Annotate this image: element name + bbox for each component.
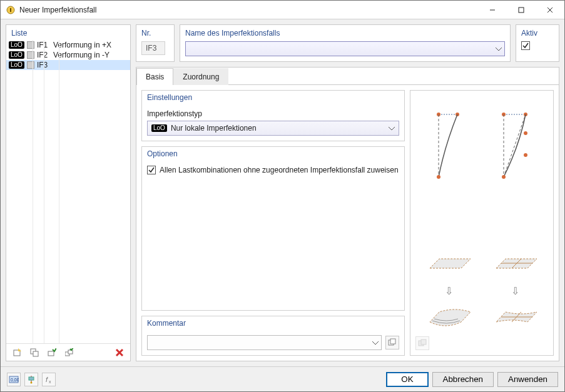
- ok-button[interactable]: OK: [386, 372, 428, 387]
- list-item[interactable]: LoO IF2 Verformung in -Y: [6, 50, 130, 60]
- name-combo[interactable]: [185, 41, 505, 56]
- svg-marker-30: [430, 259, 471, 268]
- column-imperfection-icon: [494, 108, 534, 183]
- arrow-down-icon: ⇩: [445, 285, 453, 297]
- settings-fieldset: Einstellungen Imperfektionstyp LoO Nur l…: [141, 90, 405, 141]
- arrow-down-icon: ⇩: [511, 285, 519, 297]
- list-panel: Liste LoO IF1 Verformung in +X LoO IF2: [6, 24, 131, 361]
- type-badge: LoO: [151, 124, 167, 132]
- plate-cross-icon: [490, 253, 540, 278]
- case-list[interactable]: LoO IF1 Verformung in +X LoO IF2 Verform…: [6, 40, 130, 343]
- svg-rect-41: [29, 377, 34, 380]
- tabs-panel: Basis Zuordnung Einstellungen Imperfekti…: [136, 67, 559, 361]
- list-item[interactable]: LoO IF3: [6, 60, 130, 70]
- tabstrip: Basis Zuordnung: [136, 68, 559, 85]
- assign-all-checkbox[interactable]: [147, 166, 156, 174]
- close-button[interactable]: [536, 1, 564, 19]
- svg-line-28: [504, 114, 526, 177]
- check-one-button[interactable]: [45, 346, 59, 359]
- cancel-button[interactable]: Abbrechen: [432, 372, 494, 387]
- name-group: Name des Imperfektionsfalls: [180, 24, 511, 62]
- comment-header: Kommentar: [142, 316, 404, 330]
- new-case-button[interactable]: [10, 346, 24, 359]
- number-group: Nr. IF3: [136, 24, 175, 62]
- list-item[interactable]: LoO IF1 Verformung in +X: [6, 40, 130, 50]
- chevron-down-icon: [372, 338, 379, 347]
- assign-all-option[interactable]: Allen Lastkombinationen ohne zugeordnete…: [147, 166, 399, 174]
- copy-case-button[interactable]: [28, 346, 41, 359]
- preview-plates: ⇩ ⇩: [415, 253, 548, 333]
- right-column: Nr. IF3 Name des Imperfektionsfalls Akti…: [136, 24, 559, 361]
- case-name: Verformung in +X: [53, 41, 111, 49]
- header-row: Nr. IF3 Name des Imperfektionsfalls Akti…: [136, 24, 559, 62]
- tab-zuordnung[interactable]: Zuordnung: [173, 68, 228, 85]
- window-title: Neuer Imperfektionsfall: [19, 6, 478, 14]
- app-icon: [6, 5, 16, 15]
- svg-marker-7: [18, 348, 21, 351]
- model-button[interactable]: [24, 373, 38, 386]
- svg-point-29: [502, 175, 506, 179]
- minimize-button[interactable]: [478, 1, 507, 19]
- active-label: Aktiv: [521, 29, 554, 38]
- comment-combo[interactable]: [147, 335, 382, 350]
- delete-case-button[interactable]: [113, 346, 126, 359]
- comment-library-button[interactable]: [385, 336, 399, 349]
- type-value: Nur lokale Imperfektionen: [171, 124, 257, 133]
- comment-fieldset: Kommentar: [141, 316, 405, 356]
- type-badge: LoO: [9, 41, 24, 49]
- preview-settings-button[interactable]: [415, 336, 429, 350]
- svg-rect-37: [421, 339, 426, 344]
- assign-all-label: Allen Lastkombinationen ohne zugeordnete…: [160, 166, 399, 174]
- svg-point-42: [31, 381, 33, 383]
- chevron-down-icon: [389, 124, 395, 133]
- svg-rect-3: [519, 8, 524, 13]
- active-checkbox[interactable]: [521, 41, 530, 50]
- chevron-down-icon: [496, 44, 502, 53]
- svg-text:0,00: 0,00: [11, 378, 19, 382]
- titlebar: Neuer Imperfektionsfall: [1, 1, 564, 19]
- maximize-button[interactable]: [507, 1, 536, 19]
- color-swatch: [27, 61, 34, 69]
- options-fieldset: Optionen Allen Lastkombinationen ohne zu…: [141, 146, 405, 311]
- plate-buckled-cross-icon: [490, 304, 540, 333]
- dialog-window: Neuer Imperfektionsfall Liste LoO IF1: [0, 0, 565, 392]
- svg-rect-10: [48, 351, 54, 356]
- type-combo[interactable]: LoO Nur lokale Imperfektionen: [147, 121, 399, 136]
- color-swatch: [27, 51, 34, 59]
- content-area: Liste LoO IF1 Verformung in +X LoO IF2: [1, 19, 564, 366]
- units-button[interactable]: 0,00: [7, 373, 21, 386]
- apply-button[interactable]: Anwenden: [497, 372, 558, 387]
- svg-text:x: x: [49, 379, 51, 384]
- tab-body: Einstellungen Imperfektionstyp LoO Nur l…: [136, 85, 559, 361]
- tab-left-column: Einstellungen Imperfektionstyp LoO Nur l…: [141, 90, 405, 356]
- active-group: Aktiv: [516, 24, 559, 62]
- svg-text:f: f: [46, 376, 48, 383]
- svg-point-26: [524, 153, 527, 157]
- preview-columns: [415, 96, 548, 249]
- settings-header: Einstellungen: [142, 91, 404, 104]
- name-label: Name des Imperfektionsfalls: [185, 29, 505, 38]
- column-imperfection-icon: [429, 108, 467, 183]
- left-column: Liste LoO IF1 Verformung in +X LoO IF2: [6, 24, 131, 361]
- type-badge: LoO: [9, 61, 24, 69]
- tab-basis[interactable]: Basis: [136, 68, 173, 85]
- number-field: IF3: [141, 41, 165, 55]
- preview-column: ⇩ ⇩: [410, 90, 554, 356]
- svg-rect-12: [68, 350, 73, 354]
- plate-buckled-icon: [424, 304, 474, 333]
- type-badge: LoO: [9, 51, 24, 59]
- preview-panel: ⇩ ⇩: [410, 90, 554, 356]
- case-name: Verformung in -Y: [53, 51, 109, 59]
- bottom-bar: 0,00 fx OK Abbrechen Anwenden: [1, 366, 564, 391]
- svg-rect-1: [10, 8, 11, 12]
- type-label: Imperfektionstyp: [147, 109, 399, 118]
- list-header: Liste: [6, 25, 130, 40]
- list-toolbar: [6, 343, 130, 361]
- check-all-button[interactable]: [63, 346, 76, 359]
- options-header: Optionen: [142, 147, 404, 161]
- svg-rect-9: [33, 351, 38, 356]
- svg-rect-16: [390, 339, 395, 344]
- function-button[interactable]: fx: [42, 373, 56, 386]
- svg-point-25: [524, 131, 527, 135]
- number-label: Nr.: [141, 29, 169, 38]
